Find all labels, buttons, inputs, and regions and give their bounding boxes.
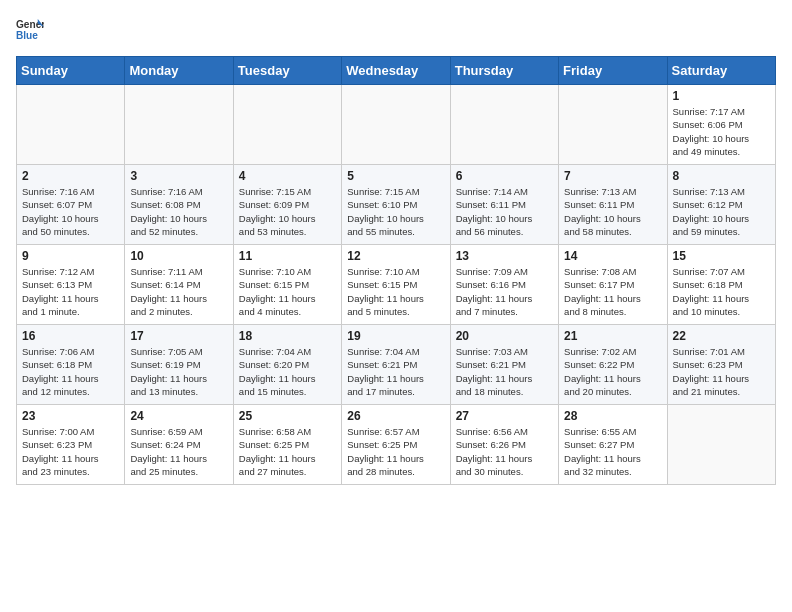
day-info: Sunrise: 7:06 AM Sunset: 6:18 PM Dayligh… — [22, 345, 119, 398]
day-info: Sunrise: 7:02 AM Sunset: 6:22 PM Dayligh… — [564, 345, 661, 398]
calendar-cell: 11Sunrise: 7:10 AM Sunset: 6:15 PM Dayli… — [233, 245, 341, 325]
week-row-4: 23Sunrise: 7:00 AM Sunset: 6:23 PM Dayli… — [17, 405, 776, 485]
calendar-cell — [342, 85, 450, 165]
day-info: Sunrise: 7:15 AM Sunset: 6:09 PM Dayligh… — [239, 185, 336, 238]
calendar-cell: 27Sunrise: 6:56 AM Sunset: 6:26 PM Dayli… — [450, 405, 558, 485]
calendar-cell: 13Sunrise: 7:09 AM Sunset: 6:16 PM Dayli… — [450, 245, 558, 325]
calendar-cell: 22Sunrise: 7:01 AM Sunset: 6:23 PM Dayli… — [667, 325, 775, 405]
day-number: 5 — [347, 169, 444, 183]
calendar-cell: 3Sunrise: 7:16 AM Sunset: 6:08 PM Daylig… — [125, 165, 233, 245]
day-number: 23 — [22, 409, 119, 423]
day-number: 12 — [347, 249, 444, 263]
day-number: 19 — [347, 329, 444, 343]
day-number: 6 — [456, 169, 553, 183]
day-number: 24 — [130, 409, 227, 423]
day-info: Sunrise: 6:56 AM Sunset: 6:26 PM Dayligh… — [456, 425, 553, 478]
day-number: 15 — [673, 249, 770, 263]
day-number: 4 — [239, 169, 336, 183]
day-header-tuesday: Tuesday — [233, 57, 341, 85]
week-row-0: 1Sunrise: 7:17 AM Sunset: 6:06 PM Daylig… — [17, 85, 776, 165]
day-info: Sunrise: 6:58 AM Sunset: 6:25 PM Dayligh… — [239, 425, 336, 478]
calendar-table: SundayMondayTuesdayWednesdayThursdayFrid… — [16, 56, 776, 485]
logo-icon: General Blue — [16, 16, 44, 44]
day-number: 14 — [564, 249, 661, 263]
calendar-cell: 15Sunrise: 7:07 AM Sunset: 6:18 PM Dayli… — [667, 245, 775, 325]
calendar-header-row: SundayMondayTuesdayWednesdayThursdayFrid… — [17, 57, 776, 85]
day-info: Sunrise: 7:09 AM Sunset: 6:16 PM Dayligh… — [456, 265, 553, 318]
day-info: Sunrise: 7:10 AM Sunset: 6:15 PM Dayligh… — [347, 265, 444, 318]
calendar-cell: 16Sunrise: 7:06 AM Sunset: 6:18 PM Dayli… — [17, 325, 125, 405]
calendar-cell: 19Sunrise: 7:04 AM Sunset: 6:21 PM Dayli… — [342, 325, 450, 405]
day-info: Sunrise: 6:57 AM Sunset: 6:25 PM Dayligh… — [347, 425, 444, 478]
day-number: 17 — [130, 329, 227, 343]
day-info: Sunrise: 7:15 AM Sunset: 6:10 PM Dayligh… — [347, 185, 444, 238]
day-info: Sunrise: 7:07 AM Sunset: 6:18 PM Dayligh… — [673, 265, 770, 318]
day-info: Sunrise: 6:59 AM Sunset: 6:24 PM Dayligh… — [130, 425, 227, 478]
day-info: Sunrise: 7:05 AM Sunset: 6:19 PM Dayligh… — [130, 345, 227, 398]
calendar-cell — [17, 85, 125, 165]
day-info: Sunrise: 7:16 AM Sunset: 6:08 PM Dayligh… — [130, 185, 227, 238]
day-number: 21 — [564, 329, 661, 343]
day-info: Sunrise: 7:04 AM Sunset: 6:20 PM Dayligh… — [239, 345, 336, 398]
day-number: 10 — [130, 249, 227, 263]
calendar-cell: 6Sunrise: 7:14 AM Sunset: 6:11 PM Daylig… — [450, 165, 558, 245]
calendar-cell: 2Sunrise: 7:16 AM Sunset: 6:07 PM Daylig… — [17, 165, 125, 245]
day-number: 25 — [239, 409, 336, 423]
day-info: Sunrise: 7:01 AM Sunset: 6:23 PM Dayligh… — [673, 345, 770, 398]
week-row-3: 16Sunrise: 7:06 AM Sunset: 6:18 PM Dayli… — [17, 325, 776, 405]
day-info: Sunrise: 7:13 AM Sunset: 6:11 PM Dayligh… — [564, 185, 661, 238]
day-info: Sunrise: 7:10 AM Sunset: 6:15 PM Dayligh… — [239, 265, 336, 318]
calendar-cell: 26Sunrise: 6:57 AM Sunset: 6:25 PM Dayli… — [342, 405, 450, 485]
day-number: 8 — [673, 169, 770, 183]
calendar-cell — [559, 85, 667, 165]
day-number: 11 — [239, 249, 336, 263]
calendar-cell: 8Sunrise: 7:13 AM Sunset: 6:12 PM Daylig… — [667, 165, 775, 245]
day-info: Sunrise: 6:55 AM Sunset: 6:27 PM Dayligh… — [564, 425, 661, 478]
calendar-cell: 21Sunrise: 7:02 AM Sunset: 6:22 PM Dayli… — [559, 325, 667, 405]
week-row-2: 9Sunrise: 7:12 AM Sunset: 6:13 PM Daylig… — [17, 245, 776, 325]
calendar-cell: 5Sunrise: 7:15 AM Sunset: 6:10 PM Daylig… — [342, 165, 450, 245]
calendar-cell: 4Sunrise: 7:15 AM Sunset: 6:09 PM Daylig… — [233, 165, 341, 245]
calendar-cell: 18Sunrise: 7:04 AM Sunset: 6:20 PM Dayli… — [233, 325, 341, 405]
calendar-cell — [125, 85, 233, 165]
calendar-cell: 7Sunrise: 7:13 AM Sunset: 6:11 PM Daylig… — [559, 165, 667, 245]
day-number: 9 — [22, 249, 119, 263]
day-number: 13 — [456, 249, 553, 263]
calendar-cell: 17Sunrise: 7:05 AM Sunset: 6:19 PM Dayli… — [125, 325, 233, 405]
day-info: Sunrise: 7:11 AM Sunset: 6:14 PM Dayligh… — [130, 265, 227, 318]
day-number: 1 — [673, 89, 770, 103]
calendar-cell: 9Sunrise: 7:12 AM Sunset: 6:13 PM Daylig… — [17, 245, 125, 325]
day-number: 20 — [456, 329, 553, 343]
day-number: 2 — [22, 169, 119, 183]
day-number: 26 — [347, 409, 444, 423]
day-number: 27 — [456, 409, 553, 423]
day-number: 7 — [564, 169, 661, 183]
day-header-saturday: Saturday — [667, 57, 775, 85]
day-header-wednesday: Wednesday — [342, 57, 450, 85]
day-header-monday: Monday — [125, 57, 233, 85]
day-header-sunday: Sunday — [17, 57, 125, 85]
calendar-cell: 28Sunrise: 6:55 AM Sunset: 6:27 PM Dayli… — [559, 405, 667, 485]
day-number: 3 — [130, 169, 227, 183]
calendar-cell: 20Sunrise: 7:03 AM Sunset: 6:21 PM Dayli… — [450, 325, 558, 405]
day-info: Sunrise: 7:04 AM Sunset: 6:21 PM Dayligh… — [347, 345, 444, 398]
calendar-cell: 14Sunrise: 7:08 AM Sunset: 6:17 PM Dayli… — [559, 245, 667, 325]
calendar-cell: 12Sunrise: 7:10 AM Sunset: 6:15 PM Dayli… — [342, 245, 450, 325]
day-header-friday: Friday — [559, 57, 667, 85]
day-info: Sunrise: 7:14 AM Sunset: 6:11 PM Dayligh… — [456, 185, 553, 238]
calendar-cell — [667, 405, 775, 485]
day-number: 18 — [239, 329, 336, 343]
day-number: 16 — [22, 329, 119, 343]
week-row-1: 2Sunrise: 7:16 AM Sunset: 6:07 PM Daylig… — [17, 165, 776, 245]
page-header: General Blue — [16, 16, 776, 44]
calendar-cell: 25Sunrise: 6:58 AM Sunset: 6:25 PM Dayli… — [233, 405, 341, 485]
day-number: 28 — [564, 409, 661, 423]
calendar-cell: 1Sunrise: 7:17 AM Sunset: 6:06 PM Daylig… — [667, 85, 775, 165]
day-number: 22 — [673, 329, 770, 343]
day-info: Sunrise: 7:16 AM Sunset: 6:07 PM Dayligh… — [22, 185, 119, 238]
svg-text:Blue: Blue — [16, 30, 38, 41]
day-info: Sunrise: 7:00 AM Sunset: 6:23 PM Dayligh… — [22, 425, 119, 478]
calendar-cell — [450, 85, 558, 165]
calendar-cell: 10Sunrise: 7:11 AM Sunset: 6:14 PM Dayli… — [125, 245, 233, 325]
day-info: Sunrise: 7:08 AM Sunset: 6:17 PM Dayligh… — [564, 265, 661, 318]
